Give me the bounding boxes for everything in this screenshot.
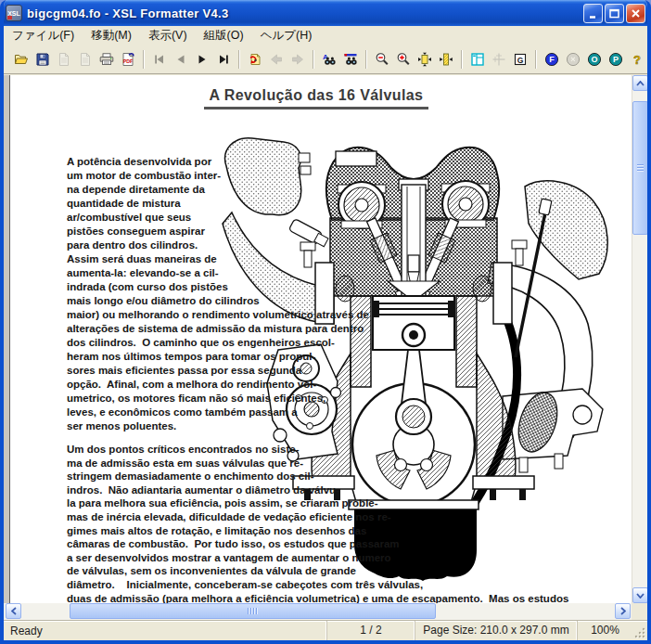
- minimize-icon: [586, 6, 600, 20]
- close-icon: [629, 6, 643, 20]
- maximize-button[interactable]: [605, 4, 624, 23]
- option-p-icon: P: [608, 52, 623, 67]
- thumb-grip: [637, 164, 644, 172]
- svg-text:O: O: [591, 55, 597, 64]
- doc-result-icon: [78, 52, 93, 67]
- page-indicator: 1 / 2: [326, 621, 415, 640]
- svg-text:PDF: PDF: [123, 58, 133, 64]
- toolbar-button-pdf[interactable]: PDF: [118, 49, 138, 70]
- thumb-grip: [248, 608, 259, 614]
- resize-grip[interactable]: [632, 621, 647, 640]
- close-button[interactable]: [626, 4, 645, 23]
- scroll-down-button[interactable]: [632, 587, 647, 603]
- pdf-icon: PDF: [121, 52, 135, 67]
- horizontal-scroll-thumb[interactable]: [70, 603, 436, 619]
- doc-format-icon: [57, 52, 71, 67]
- horizontal-scrollbar[interactable]: [4, 603, 647, 620]
- toolbar-separator: [143, 50, 145, 69]
- fit-width-icon: [439, 52, 453, 67]
- grid-g-icon: G: [513, 52, 528, 67]
- first-page-icon: [152, 52, 167, 67]
- toolbar-button-option-p[interactable]: P: [606, 49, 626, 70]
- next-page-icon: [195, 52, 210, 67]
- chevron-right-icon: [620, 607, 626, 615]
- page-left-edge: [4, 75, 10, 603]
- scroll-right-button[interactable]: [615, 603, 631, 619]
- minimize-button[interactable]: [583, 4, 603, 23]
- maximize-icon: [607, 6, 621, 20]
- menu-view[interactable]: 表示(V): [140, 26, 196, 45]
- fo-view-icon: F: [544, 52, 559, 67]
- scroll-left-button[interactable]: [6, 603, 21, 619]
- toolbar-button-doc-format: [54, 49, 74, 70]
- toolbar-button-zoom-out[interactable]: [372, 49, 392, 70]
- toolbar-button-help[interactable]: ?: [627, 49, 647, 70]
- svg-text:?: ?: [633, 53, 641, 67]
- panel-layout-icon: [470, 52, 485, 67]
- document-view[interactable]: A Revolução das 16 Válvulas A potência d…: [4, 75, 647, 603]
- toolbar-separator: [313, 50, 314, 69]
- toolbar-button-panel-layout[interactable]: [467, 49, 488, 70]
- document-heading-text: A Revolução das 16 Válvulas: [204, 87, 429, 109]
- toolbar-button-print[interactable]: [96, 49, 117, 70]
- option-o-icon: O: [587, 52, 602, 67]
- resize-grip-icon: [632, 621, 647, 641]
- toolbar-button-prev-page: [171, 49, 191, 70]
- zoom-out-icon: [375, 52, 389, 67]
- toolbar: PDFAGF×OP?: [4, 45, 647, 74]
- toolbar-button-zoom-in[interactable]: [393, 49, 414, 70]
- toolbar-separator: [535, 50, 537, 69]
- document-heading: A Revolução das 16 Válvulas: [4, 87, 629, 109]
- menu-help[interactable]: ヘルプ(H): [252, 26, 321, 45]
- toolbar-button-find-format[interactable]: [340, 49, 361, 70]
- toolbar-button-fit-width[interactable]: [436, 49, 456, 70]
- last-page-icon: [216, 52, 231, 67]
- document-paragraph-1: A potência desenvolvida por um motor de …: [67, 155, 369, 433]
- find-icon: A: [322, 52, 337, 67]
- toolbar-separator: [461, 50, 463, 69]
- xml-view-icon: ×: [566, 52, 581, 67]
- forward-icon: [290, 52, 305, 67]
- document-paragraph-2: Um dos pontos críticos encontrados no si…: [67, 443, 568, 603]
- svg-text:×: ×: [570, 55, 575, 64]
- menu-format[interactable]: 組版(O): [196, 26, 252, 45]
- toolbar-separator: [365, 50, 367, 69]
- toolbar-button-back: [266, 49, 287, 70]
- goto-page-icon: [248, 52, 262, 67]
- toolbar-button-forward: [287, 49, 308, 70]
- menu-file[interactable]: ファイル(F): [4, 26, 83, 45]
- menu-bar: ファイル(F) 移動(M) 表示(V) 組版(O) ヘルプ(H): [4, 26, 647, 45]
- toolbar-button-option-o[interactable]: O: [584, 49, 605, 70]
- svg-text:F: F: [549, 55, 555, 64]
- vertical-scrollbar[interactable]: [632, 75, 647, 603]
- help-icon: ?: [630, 52, 645, 67]
- app-window: XSL bigcgm04.fo - XSL Formatter V4.3 ファイ…: [0, 0, 651, 644]
- chevron-up-icon: [636, 81, 645, 86]
- prev-page-icon: [173, 52, 188, 67]
- toolbar-button-save[interactable]: [32, 49, 53, 70]
- save-icon: [35, 52, 50, 67]
- toolbar-button-fit-page[interactable]: [415, 49, 435, 70]
- toolbar-button-xml-view: ×: [563, 49, 583, 70]
- scroll-up-button[interactable]: [632, 75, 647, 91]
- back-icon: [269, 52, 284, 67]
- vertical-scroll-thumb[interactable]: [632, 101, 647, 235]
- title-bar: XSL bigcgm04.fo - XSL Formatter V4.3: [0, 0, 651, 26]
- toolbar-button-open[interactable]: [11, 49, 32, 70]
- menu-move[interactable]: 移動(M): [83, 26, 140, 45]
- toolbar-button-fo-view[interactable]: F: [542, 49, 562, 70]
- toolbar-button-find[interactable]: A: [319, 49, 339, 70]
- page-size-indicator: Page Size: 210.0 x 297.0 mm: [415, 621, 577, 640]
- window-title: bigcgm04.fo - XSL Formatter V4.3: [27, 6, 579, 20]
- chevron-left-icon: [11, 607, 17, 615]
- toolbar-button-guides: [489, 49, 509, 70]
- toolbar-button-first-page: [149, 49, 170, 70]
- zoom-level-indicator: 100%: [577, 621, 632, 640]
- toolbar-button-goto-page[interactable]: [245, 49, 265, 70]
- svg-text:P: P: [613, 55, 619, 64]
- toolbar-button-last-page[interactable]: [213, 49, 234, 70]
- status-bar: Ready 1 / 2 Page Size: 210.0 x 297.0 mm …: [4, 620, 647, 640]
- zoom-in-icon: [396, 52, 411, 67]
- toolbar-button-grid-g[interactable]: G: [510, 49, 530, 70]
- toolbar-button-next-page[interactable]: [192, 49, 212, 70]
